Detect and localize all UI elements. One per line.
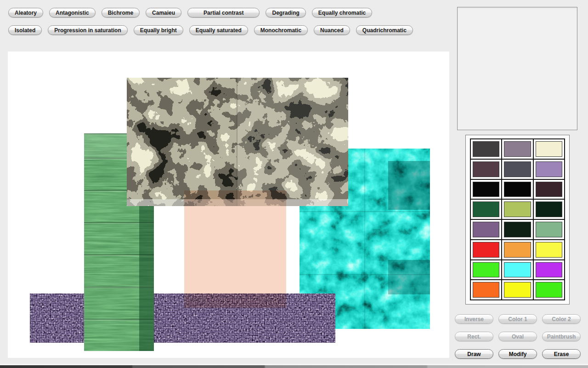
color-swatch[interactable] [502,260,532,280]
purple-mosaic-shape[interactable] [30,293,335,343]
tool-button-modify[interactable]: Modify [498,349,537,359]
scheme-button-equally-bright[interactable]: Equally bright [134,25,183,35]
scheme-button-isolated[interactable]: Isolated [8,25,42,35]
color-swatch[interactable] [502,220,532,239]
color-swatch[interactable] [534,160,564,179]
color-palette-panel [465,135,570,305]
tool-button-draw[interactable]: Draw [455,349,493,359]
teal-dark-patch [388,260,430,294]
tool-button-color-1[interactable]: Color 1 [498,314,537,324]
tool-button-erase[interactable]: Erase [542,349,581,359]
tool-button-rect[interactable]: Rect. [455,332,493,341]
tool-button-color-2[interactable]: Color 2 [542,314,581,324]
color-swatch-grid [470,138,565,300]
scheme-button-progression-in-saturation[interactable]: Progression in saturation [48,25,127,35]
tool-button-row-2: Rect. Oval Paintbrush [455,332,581,341]
tool-button-row-1: Inverse Color 1 Color 2 [455,314,581,324]
scheme-button-monochromatic[interactable]: Monochromatic [254,25,308,35]
teal-tile-seam [364,149,365,329]
color-swatch[interactable] [534,260,564,280]
pink-overlay-shape[interactable] [184,190,286,308]
color-swatch[interactable] [534,180,564,199]
scheme-button-quadrichromatic[interactable]: Quadrichromatic [356,25,413,35]
color-swatch[interactable] [502,240,532,259]
color-swatch[interactable] [502,180,532,199]
teal-dark-patch [388,161,430,210]
scheme-button-degrading[interactable]: Degrading [266,8,305,17]
marble-tile-seam [237,78,237,206]
color-swatch[interactable] [471,139,501,159]
color-swatch[interactable] [534,220,564,239]
scheme-button-row-1: Aleatory Antagonistic Bichrome Camaieu P… [8,8,372,17]
scheme-button-bichrome[interactable]: Bichrome [102,8,140,17]
color-swatch[interactable] [534,139,564,159]
scheme-button-row-2: Isolated Progression in saturation Equal… [8,25,413,35]
tool-button-paintbrush[interactable]: Paintbrush [542,332,581,341]
tool-button-oval[interactable]: Oval [498,332,537,341]
color-swatch[interactable] [502,160,532,179]
color-swatch[interactable] [471,260,501,280]
scheme-button-aleatory[interactable]: Aleatory [8,8,43,17]
color-swatch[interactable] [534,280,564,299]
tool-button-row-3: Draw Modify Erase [455,349,581,359]
drawing-canvas[interactable] [8,52,449,358]
scheme-button-equally-chromatic[interactable]: Equally chromatic [312,8,372,17]
scheme-button-partial-contrast[interactable]: Partial contrast [187,8,260,17]
color-swatch[interactable] [534,200,564,219]
scheme-button-camaieu[interactable]: Camaieu [146,8,181,17]
mosaic-grid-overlay [30,293,335,343]
preview-panel [457,7,577,130]
app-window: Aleatory Antagonistic Bichrome Camaieu P… [0,0,588,368]
color-swatch[interactable] [471,220,501,239]
color-swatch[interactable] [502,280,532,299]
marble-right-tile-highlight [237,78,348,206]
color-swatch[interactable] [502,200,532,219]
color-swatch[interactable] [502,139,532,159]
color-swatch[interactable] [534,240,564,259]
gray-marble-shape[interactable] [127,78,348,206]
color-swatch[interactable] [471,280,501,299]
color-swatch[interactable] [471,240,501,259]
color-swatch[interactable] [471,200,501,219]
scheme-button-nuanced[interactable]: Nuanced [314,25,350,35]
color-swatch[interactable] [471,160,501,179]
tool-button-inverse[interactable]: Inverse [455,314,493,324]
scheme-button-equally-saturated[interactable]: Equally saturated [189,25,248,35]
scheme-button-antagonistic[interactable]: Antagonistic [49,8,96,17]
background-window-edge [0,365,588,368]
color-swatch[interactable] [471,180,501,199]
